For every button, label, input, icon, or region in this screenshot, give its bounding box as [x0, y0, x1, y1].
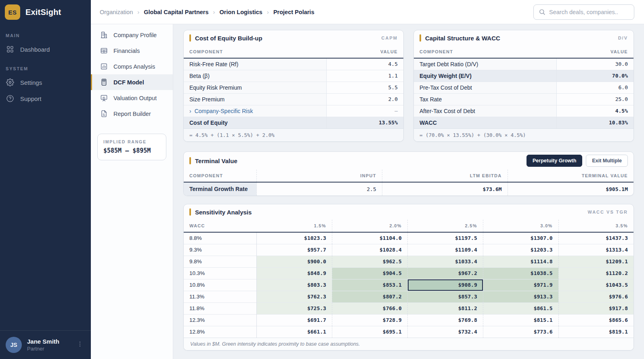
app-logo: ES ExitSight — [0, 0, 91, 24]
terminal-growth-input[interactable]: 2.5 — [256, 182, 382, 195]
sensitivity-cell[interactable]: $1209.1 — [558, 256, 634, 267]
sensitivity-cell[interactable]: $1197.5 — [407, 232, 483, 244]
toggle-exit-multiple[interactable]: Exit Multiple — [586, 155, 628, 167]
sidebar-item-label: Comps Analysis — [113, 63, 155, 70]
sensitivity-cell[interactable]: $1028.4 — [332, 244, 407, 256]
table-row: WACC10.83% — [414, 117, 634, 128]
sensitivity-cell[interactable]: $815.1 — [483, 314, 558, 326]
row-value[interactable]: 6.0 — [557, 82, 634, 93]
breadcrumb-item[interactable]: Global Capital Partners — [144, 9, 208, 15]
sensitivity-cell[interactable]: $807.2 — [332, 291, 407, 302]
sensitivity-cell[interactable]: $976.6 — [558, 291, 634, 302]
row-value[interactable]: 5.5 — [327, 82, 403, 93]
toggle-perpetuity-growth[interactable]: Perpetuity Growth — [527, 155, 582, 167]
sensitivity-cell[interactable]: $803.3 — [256, 279, 332, 291]
search-box[interactable] — [533, 4, 634, 20]
sensitivity-cell[interactable]: $661.1 — [256, 326, 332, 338]
row-label: Terminal Growth Rate — [184, 182, 256, 195]
capital-structure-table: COMPONENT VALUETarget Debt Ratio (D/V)30… — [414, 46, 634, 128]
row-value: 13.55% — [327, 117, 403, 128]
column-header: TERMINAL VALUE — [508, 170, 634, 182]
sensitivity-cell[interactable]: $904.5 — [332, 267, 407, 279]
breadcrumb-item[interactable]: Project Polaris — [273, 9, 315, 15]
row-value[interactable]: 30.0 — [557, 58, 634, 70]
sensitivity-cell[interactable]: $865.6 — [558, 314, 634, 326]
sensitivity-cell[interactable]: $1114.8 — [483, 256, 558, 267]
row-value[interactable]: — — [327, 105, 403, 117]
sensitivity-cell[interactable]: $1109.4 — [407, 244, 483, 256]
sidebar-item-dashboard[interactable]: Dashboard — [0, 41, 91, 57]
sidebar-item-valuation-output[interactable]: Valuation Output — [91, 90, 173, 106]
table-row: Target Debt Ratio (D/V)30.0 — [414, 58, 634, 70]
sensitivity-cell[interactable]: $811.2 — [407, 302, 483, 314]
sensitivity-cell[interactable]: $1104.0 — [332, 232, 407, 244]
sensitivity-cell[interactable]: $762.3 — [256, 291, 332, 302]
sensitivity-cell[interactable]: $848.9 — [256, 267, 332, 279]
sensitivity-cell-selected[interactable]: $908.9 — [407, 279, 483, 291]
tgr-column-header: 2.5% — [407, 220, 483, 232]
calculator-icon — [100, 78, 108, 86]
sensitivity-cell[interactable]: $1313.4 — [558, 244, 634, 256]
sensitivity-cell[interactable]: $1203.3 — [483, 244, 558, 256]
sensitivity-cell[interactable]: $769.8 — [407, 314, 483, 326]
sensitivity-row: 8.8%$1023.3$1104.0$1197.5$1307.0$1437.3 — [184, 232, 634, 244]
sensitivity-cell[interactable]: $728.9 — [332, 314, 407, 326]
sensitivity-cell[interactable]: $957.7 — [256, 244, 332, 256]
sensitivity-cell[interactable]: $962.5 — [332, 256, 407, 267]
sensitivity-cell[interactable]: $917.8 — [558, 302, 634, 314]
sidebar-item-financials[interactable]: Financials — [91, 43, 173, 59]
sidebar-item-dcf-model[interactable]: DCF Model — [91, 74, 173, 90]
search-input[interactable] — [549, 9, 629, 15]
sensitivity-cell[interactable]: $1033.4 — [407, 256, 483, 267]
sidebar-item-comps-analysis[interactable]: Comps Analysis — [91, 59, 173, 74]
sensitivity-cell[interactable]: $1023.3 — [256, 232, 332, 244]
sensitivity-cell[interactable]: $732.4 — [407, 326, 483, 338]
row-value[interactable]: 25.0 — [557, 93, 634, 105]
sidebar-item-label: Financials — [113, 48, 140, 54]
table-row: ›Company-Specific Risk— — [184, 105, 403, 117]
breadcrumb-item[interactable]: Orion Logistics — [220, 9, 262, 15]
sensitivity-cell[interactable]: $853.1 — [332, 279, 407, 291]
sensitivity-cell[interactable]: $857.3 — [407, 291, 483, 302]
table-row: Equity Weight (E/V)70.0% — [414, 70, 634, 82]
sensitivity-cell[interactable]: $1038.5 — [483, 267, 558, 279]
sidebar-item-label: Report Builder — [113, 111, 151, 117]
sensitivity-cell[interactable]: $1437.3 — [558, 232, 634, 244]
sensitivity-cell[interactable]: $695.1 — [332, 326, 407, 338]
sensitivity-cell[interactable]: $971.9 — [483, 279, 558, 291]
sensitivity-cell[interactable]: $1043.5 — [558, 279, 634, 291]
dv-tag: D/V — [618, 36, 628, 40]
card-title: Capital Structure & WACC — [425, 35, 500, 42]
expandable-row-label[interactable]: Company-Specific Risk — [195, 108, 253, 114]
sensitivity-cell[interactable]: $691.7 — [256, 314, 332, 326]
row-label: Tax Rate — [414, 93, 557, 105]
app-logo-badge: ES — [5, 4, 20, 20]
sidebar-item-settings[interactable]: Settings — [0, 74, 91, 90]
kebab-menu-icon[interactable] — [75, 339, 85, 351]
sensitivity-cell[interactable]: $725.3 — [256, 302, 332, 314]
row-value[interactable]: 2.0 — [327, 93, 403, 105]
sidebar-item-company-profile[interactable]: Company Profile — [91, 27, 173, 43]
breadcrumb: Organization›Global Capital Partners›Ori… — [100, 8, 314, 15]
sensitivity-cell[interactable]: $900.0 — [256, 256, 332, 267]
sensitivity-cell[interactable]: $819.1 — [558, 326, 634, 338]
primary-nav: MAINDashboardSYSTEMSettingsSupport — [0, 24, 91, 107]
sensitivity-cell[interactable]: $967.2 — [407, 267, 483, 279]
user-role: Partner — [27, 346, 59, 352]
sensitivity-cell[interactable]: $861.5 — [483, 302, 558, 314]
row-value: 70.0% — [557, 70, 634, 82]
sidebar-item-support[interactable]: Support — [0, 90, 91, 107]
table-row: Terminal Growth Rate 2.5 $73.6M $905.1M — [184, 182, 634, 195]
row-value[interactable]: 4.5 — [327, 58, 403, 70]
sidebar-item-report-builder[interactable]: Report Builder — [91, 106, 173, 122]
wacc-row-header: 12.8% — [184, 326, 256, 338]
sensitivity-cell[interactable]: $913.3 — [483, 291, 558, 302]
row-value[interactable]: 1.1 — [327, 70, 403, 82]
sensitivity-cell[interactable]: $1120.2 — [558, 267, 634, 279]
wacc-row-header: 12.3% — [184, 314, 256, 326]
sidebar-item-label: Valuation Output — [113, 95, 157, 101]
sensitivity-cell[interactable]: $773.6 — [483, 326, 558, 338]
sensitivity-cell[interactable]: $1307.0 — [483, 232, 558, 244]
breadcrumb-item[interactable]: Organization — [100, 9, 133, 15]
sensitivity-cell[interactable]: $766.0 — [332, 302, 407, 314]
